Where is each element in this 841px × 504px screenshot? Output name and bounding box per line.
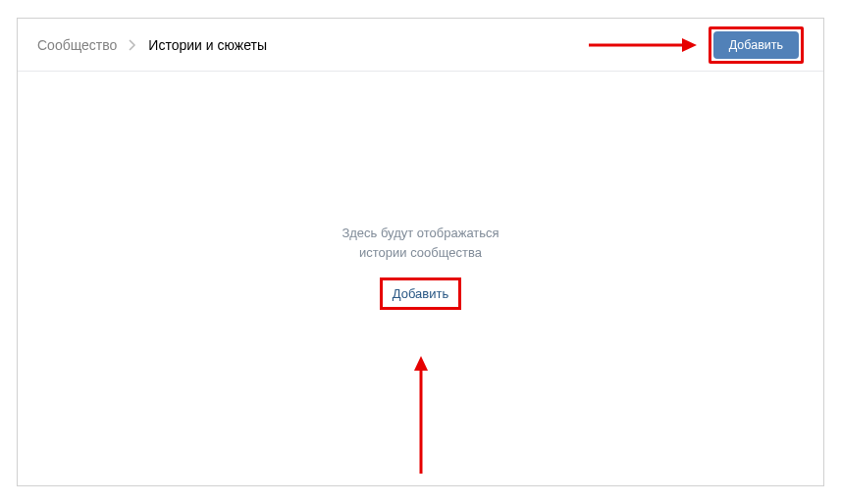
svg-marker-3 [414, 356, 428, 371]
breadcrumb-root-link[interactable]: Сообщество [37, 37, 117, 53]
add-button[interactable]: Добавить [713, 31, 799, 59]
annotation-highlight-box: Добавить [380, 277, 461, 310]
annotation-arrow-up [411, 356, 431, 474]
page-header: Сообщество Истории и сюжеты Добавить [18, 19, 823, 72]
annotation-arrow-right [589, 35, 697, 55]
annotation-highlight-box: Добавить [709, 26, 804, 64]
chevron-right-icon [129, 39, 136, 51]
breadcrumb: Сообщество Истории и сюжеты [37, 37, 267, 53]
svg-marker-1 [682, 38, 697, 52]
breadcrumb-current: Истории и сюжеты [148, 37, 267, 53]
empty-state-line1: Здесь будут отображаться [342, 224, 499, 243]
content-area: Здесь будут отображаться истории сообщес… [18, 72, 823, 485]
header-right: Добавить [589, 26, 804, 64]
add-link[interactable]: Добавить [385, 282, 456, 305]
page-container: Сообщество Истории и сюжеты Добавить Зде… [17, 18, 824, 486]
empty-state-line2: истории сообщества [342, 243, 499, 263]
empty-state-text: Здесь будут отображаться истории сообщес… [342, 224, 499, 262]
